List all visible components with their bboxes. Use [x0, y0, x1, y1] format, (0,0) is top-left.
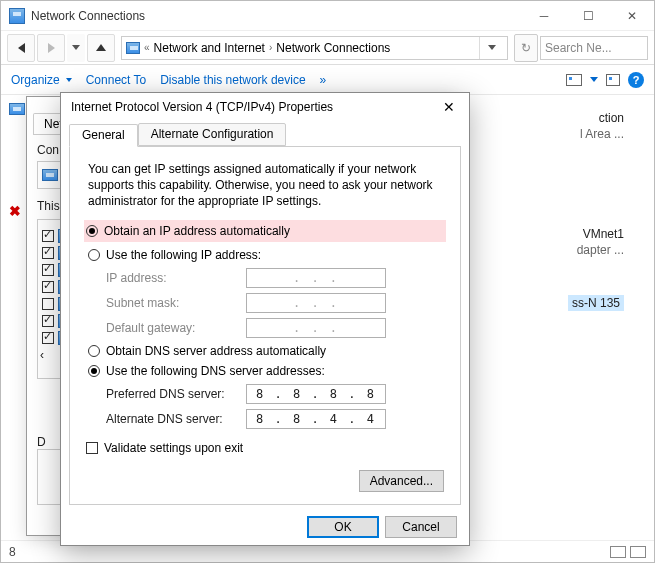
- up-button[interactable]: [87, 34, 115, 62]
- item-count: 8: [9, 545, 16, 559]
- maximize-button[interactable]: ☐: [566, 1, 610, 31]
- chevron-right-icon: ›: [269, 42, 272, 53]
- radio-label: Obtain an IP address automatically: [104, 224, 290, 238]
- radio-icon[interactable]: [88, 345, 100, 357]
- checkbox-icon[interactable]: [42, 298, 54, 310]
- default-gateway-label: Default gateway:: [106, 321, 246, 335]
- command-bar: Organize Connect To Disable this network…: [1, 65, 654, 95]
- dialog-title: Internet Protocol Version 4 (TCP/IPv4) P…: [71, 100, 439, 114]
- minimize-button[interactable]: ─: [522, 1, 566, 31]
- radio-obtain-dns-auto[interactable]: Obtain DNS server address automatically: [88, 344, 442, 358]
- subnet-mask-label: Subnet mask:: [106, 296, 246, 310]
- device-2-title: VMnet1: [583, 227, 624, 241]
- view-dropdown-icon[interactable]: [590, 77, 598, 82]
- checkbox-icon[interactable]: [42, 264, 54, 276]
- refresh-button[interactable]: [479, 37, 503, 59]
- radio-icon[interactable]: [88, 249, 100, 261]
- radio-label: Use the following IP address:: [106, 248, 261, 262]
- breadcrumb-bar[interactable]: « Network and Internet › Network Connect…: [121, 36, 508, 60]
- explain-text: You can get IP settings assigned automat…: [88, 161, 442, 210]
- connect-to-button[interactable]: Connect To: [86, 73, 147, 87]
- dialog-tabs: General Alternate Configuration: [69, 123, 461, 147]
- radio-icon[interactable]: [86, 225, 98, 237]
- checkbox-icon[interactable]: [42, 281, 54, 293]
- forward-button[interactable]: [37, 34, 65, 62]
- cancel-button[interactable]: Cancel: [385, 516, 457, 538]
- window-title: Network Connections: [31, 9, 522, 23]
- help-icon[interactable]: ?: [628, 72, 644, 88]
- radio-obtain-ip-auto[interactable]: Obtain an IP address automatically: [84, 220, 446, 242]
- tab-alternate-configuration[interactable]: Alternate Configuration: [138, 123, 287, 146]
- search-placeholder: Search Ne...: [545, 41, 612, 55]
- alternate-dns-label: Alternate DNS server:: [106, 412, 246, 426]
- radio-use-dns[interactable]: Use the following DNS server addresses:: [88, 364, 442, 378]
- breadcrumb-seg2[interactable]: Network Connections: [276, 41, 390, 55]
- adapter-icon: [42, 169, 58, 181]
- advanced-button[interactable]: Advanced...: [359, 470, 444, 492]
- breadcrumb-seg1[interactable]: Network and Internet: [154, 41, 265, 55]
- breadcrumb-icon: [126, 42, 140, 54]
- ok-button[interactable]: OK: [307, 516, 379, 538]
- checkbox-label: Validate settings upon exit: [104, 441, 243, 455]
- close-button[interactable]: ✕: [610, 1, 654, 31]
- refresh-icon[interactable]: ↻: [514, 34, 538, 62]
- preview-pane-icon[interactable]: [606, 74, 620, 86]
- radio-icon[interactable]: [88, 365, 100, 377]
- view-options-icon[interactable]: [566, 74, 582, 86]
- dialog-close-button[interactable]: ✕: [439, 97, 459, 117]
- validate-settings-checkbox[interactable]: Validate settings upon exit: [86, 441, 444, 455]
- dialog-content: You can get IP settings assigned automat…: [69, 147, 461, 505]
- checkbox-icon[interactable]: [42, 332, 54, 344]
- preferred-dns-input[interactable]: 8 . 8 . 8 . 8: [246, 384, 386, 404]
- device-3-title[interactable]: ss-N 135: [568, 295, 624, 311]
- checkbox-icon[interactable]: [42, 247, 54, 259]
- alternate-dns-input[interactable]: 8 . 8 . 4 . 4: [246, 409, 386, 429]
- device-2-subtitle: dapter ...: [577, 243, 624, 257]
- radio-use-ip[interactable]: Use the following IP address:: [88, 248, 442, 262]
- disable-device-button[interactable]: Disable this network device: [160, 73, 305, 87]
- disabled-adapter-icon: ✖: [9, 203, 21, 219]
- more-commands[interactable]: »: [320, 73, 327, 87]
- preferred-dns-label: Preferred DNS server:: [106, 387, 246, 401]
- default-gateway-input: . . .: [246, 318, 386, 338]
- device-1-subtitle: l Area ...: [580, 127, 624, 141]
- organize-menu[interactable]: Organize: [11, 73, 72, 87]
- ip-address-label: IP address:: [106, 271, 246, 285]
- history-button[interactable]: [67, 34, 85, 62]
- radio-label: Use the following DNS server addresses:: [106, 364, 325, 378]
- checkbox-icon[interactable]: [42, 315, 54, 327]
- breadcrumb-sep-icon: «: [144, 42, 150, 53]
- back-button[interactable]: [7, 34, 35, 62]
- large-icons-view-icon[interactable]: [630, 546, 646, 558]
- address-bar: « Network and Internet › Network Connect…: [1, 31, 654, 65]
- radio-label: Obtain DNS server address automatically: [106, 344, 326, 358]
- parent-titlebar: Network Connections ─ ☐ ✕: [1, 1, 654, 31]
- network-icon: [9, 8, 25, 24]
- search-input[interactable]: Search Ne...: [540, 36, 648, 60]
- wifi-status-icon: [9, 103, 25, 115]
- details-view-icon[interactable]: [610, 546, 626, 558]
- dialog-titlebar: Internet Protocol Version 4 (TCP/IPv4) P…: [61, 93, 469, 121]
- tab-general[interactable]: General: [69, 124, 138, 147]
- checkbox-icon[interactable]: [86, 442, 98, 454]
- subnet-mask-input: . . .: [246, 293, 386, 313]
- device-1-title: ction: [599, 111, 624, 125]
- ipv4-properties-dialog: Internet Protocol Version 4 (TCP/IPv4) P…: [60, 92, 470, 546]
- ip-address-input: . . .: [246, 268, 386, 288]
- checkbox-icon[interactable]: [42, 230, 54, 242]
- dialog-footer: OK Cancel: [61, 509, 469, 545]
